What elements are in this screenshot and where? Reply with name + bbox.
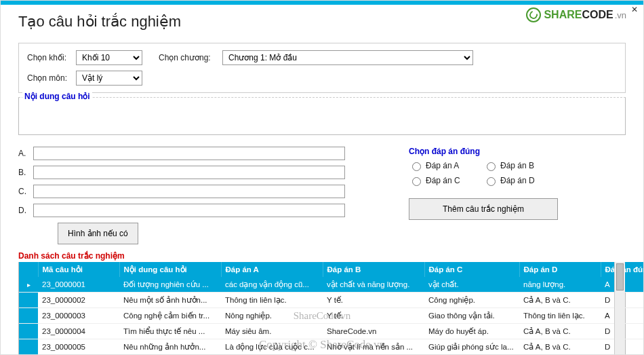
question-grid[interactable]: Mã câu hỏi Nội dung câu hỏi Đáp án A Đáp… (18, 262, 626, 355)
table-row[interactable]: 23_0000004Tìm hiểu thực tế nêu ...Máy si… (19, 324, 644, 339)
logo-suffix: .vn (615, 10, 626, 20)
logo: SHARECODE.vn (526, 7, 626, 22)
filters-panel: Chọn khối: Khối 10 Chọn chương: Chương 1… (18, 43, 626, 93)
radio-a[interactable]: Đáp án A (409, 160, 470, 171)
radio-d-label: Đáp án D (500, 176, 535, 185)
radio-a-label: Đáp án A (426, 161, 459, 170)
radio-c[interactable]: Đáp án C (409, 175, 470, 186)
answer-d-label: D. (18, 206, 33, 215)
answers-left: A. B. C. D. Hình ảnh nếu có (18, 147, 395, 244)
khoi-select[interactable]: Khối 10 (76, 50, 142, 65)
answer-a-input[interactable] (33, 147, 345, 160)
question-group: Nội dung câu hỏi (18, 97, 626, 137)
chuong-label: Chọn chương: (159, 53, 217, 62)
radio-d[interactable]: Đáp án D (483, 175, 544, 186)
khoi-label: Chọn khối: (27, 53, 76, 62)
scrollbar-thumb[interactable] (616, 263, 624, 291)
radio-c-label: Đáp án C (426, 176, 460, 185)
grid-header-row: Mã câu hỏi Nội dung câu hỏi Đáp án A Đáp… (19, 262, 644, 277)
header-c[interactable]: Đáp án C (424, 262, 519, 277)
add-question-button[interactable]: Thêm câu trắc nghiệm (409, 198, 558, 220)
answer-c-input[interactable] (33, 185, 345, 198)
table-row[interactable]: 23_0000005Nêu những ảnh hưởn...Là động l… (19, 339, 644, 355)
table-row[interactable]: 23_0000001Đối tượng nghiên cứu ...các dạ… (19, 277, 644, 293)
answer-a-label: A. (18, 149, 33, 158)
recycle-icon (526, 7, 541, 22)
header-d[interactable]: Đáp án D (519, 262, 601, 277)
answers-right: Chọn đáp án đúng Đáp án A Đáp án B Đáp á… (395, 147, 626, 244)
question-legend: Nội dung câu hỏi (22, 92, 92, 101)
header-b[interactable]: Đáp án B (323, 262, 424, 277)
logo-code: CODE (582, 9, 613, 21)
mon-select[interactable]: Vật lý (76, 71, 142, 86)
question-textarea[interactable] (18, 97, 626, 135)
correct-answer-title: Chọn đáp án đúng (409, 147, 626, 156)
list-title: Danh sách câu trắc nghiệm (18, 251, 626, 261)
radio-b[interactable]: Đáp án B (483, 160, 544, 171)
header-a[interactable]: Đáp án A (221, 262, 323, 277)
answer-c-label: C. (18, 187, 33, 196)
header-ma[interactable]: Mã câu hỏi (38, 262, 119, 277)
close-icon[interactable]: ✕ (631, 5, 638, 14)
mon-label: Chọn môn: (27, 73, 76, 83)
logo-share: SHARE (544, 9, 582, 21)
answer-d-input[interactable] (33, 204, 345, 217)
answer-b-label: B. (18, 168, 33, 177)
header-nd[interactable]: Nội dung câu hỏi (119, 262, 221, 277)
table-row[interactable]: 23_0000002Nêu một số ảnh hưởn...Thông ti… (19, 293, 644, 308)
grid-scrollbar[interactable] (614, 262, 625, 355)
chuong-select[interactable]: Chương 1: Mở đầu (222, 50, 473, 65)
table-row[interactable]: 23_0000003Công nghệ cảm biến tr...Nông n… (19, 308, 644, 324)
answer-b-input[interactable] (33, 166, 345, 179)
image-button[interactable]: Hình ảnh nếu có (58, 223, 138, 244)
radio-b-label: Đáp án B (500, 161, 534, 170)
